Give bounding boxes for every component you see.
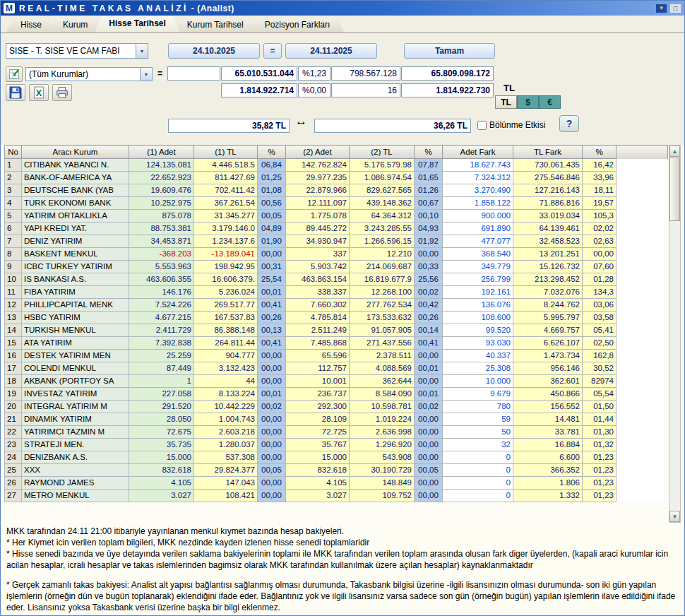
control-panel: SISE - T. SISE VE CAM FABI ▼ 24.10.2025 …: [1, 33, 684, 145]
stock-select[interactable]: SISE - T. SISE VE CAM FABI ▼: [6, 43, 148, 59]
help-button[interactable]: ?: [559, 115, 579, 132]
diff-lot-field[interactable]: [331, 83, 400, 97]
stock-select-value: SISE - T. SISE VE CAM FABI: [6, 46, 136, 56]
tab-bar: HisseKurumHisse TarihselKurum TarihselPo…: [1, 16, 684, 33]
firm-select-value: (Tüm Kurumlar): [26, 69, 140, 79]
firm-select[interactable]: (Tüm Kurumlar) ▼: [25, 67, 153, 81]
total-lot-2-field[interactable]: [401, 83, 494, 97]
left-right-arrow-icon: ↔: [295, 114, 307, 129]
pct-change-2-field[interactable]: [298, 83, 330, 97]
broker-row[interactable]: 25XXX832.61829.824.37700,05832.61830.190…: [5, 464, 668, 477]
column-header-name[interactable]: Aracı Kurum: [22, 146, 129, 159]
import-data-button[interactable]: [6, 66, 23, 82]
column-header-tl2[interactable]: (2) TL: [350, 146, 415, 159]
broker-row[interactable]: 13HSBC YATIRIM4.677.215167.537.8300,264.…: [5, 312, 668, 324]
chevron-down-icon[interactable]: ▼: [140, 68, 152, 81]
tab-kurum[interactable]: Kurum: [49, 18, 102, 32]
broker-row[interactable]: 19INVESTAZ YATIRIM227.0588.133.22400,012…: [5, 388, 668, 401]
broker-row[interactable]: 26RAYMOND JAMES4.105147.04300,004.105148…: [5, 477, 668, 490]
save-icon: [9, 86, 22, 99]
help-icon: ?: [566, 118, 573, 129]
app-window: M REAL-TIME TAKAS ANALİZİ - (Analist) ▼ …: [0, 0, 685, 616]
broker-row[interactable]: 15ATA YATIRIM7.392.838264.811.4400,417.4…: [5, 337, 668, 350]
total-lot-1-field[interactable]: [221, 83, 297, 97]
ok-button[interactable]: Tamam: [404, 43, 495, 59]
excel-export-button[interactable]: X: [29, 84, 49, 101]
window-menu-button[interactable]: ▼: [655, 4, 667, 13]
broker-row[interactable]: 2BANK-OF-AMERICA YA22.652.923811.427.690…: [5, 172, 668, 184]
footer-note: * Gerçek zamanlı takas bakiyesi: Analist…: [6, 579, 679, 613]
excel-icon: X: [32, 86, 45, 99]
date-to-button[interactable]: 24.11.2025: [285, 43, 377, 59]
footer-note: * Sadece Takasbank bakiyelerinin izlendi…: [6, 613, 679, 616]
broker-row[interactable]: 27METRO MENKUL3.027108.42100,003.027109.…: [5, 490, 668, 502]
broker-row[interactable]: 18AKBANK (PORTFOY SA14400,0010.001362.64…: [5, 375, 668, 388]
tab-hisse[interactable]: Hisse: [6, 18, 56, 32]
broker-row[interactable]: 21DINAMIK YATIRIM28.0501.004.74300,0028.…: [5, 413, 668, 426]
column-header-adet1[interactable]: (1) Adet: [129, 146, 194, 159]
equals-button[interactable]: =: [263, 43, 282, 59]
broker-row[interactable]: 4TURK EKONOMI BANK10.252.975367.261.5400…: [5, 197, 668, 210]
price-from-field[interactable]: [168, 119, 290, 133]
broker-row[interactable]: 5YATIRIM ORTAKLIKLA875.07831.345.27700,0…: [5, 210, 668, 223]
column-header-tlfark[interactable]: TL Fark: [513, 146, 583, 159]
broker-row[interactable]: 11FIBA YATIRIM146.1765.236.02400,01338.3…: [5, 286, 668, 299]
currency-button-tl[interactable]: TL: [495, 95, 517, 109]
broker-row[interactable]: 17COLENDI MENKUL87.4493.132.42300,00112.…: [5, 362, 668, 375]
currency-button-eur[interactable]: €: [539, 95, 561, 109]
split-effect-option: Bölünme Etkisi: [477, 120, 545, 130]
printer-icon: [56, 86, 68, 99]
window-restore-button[interactable]: □: [669, 4, 681, 13]
broker-row[interactable]: 8BASKENT MENKUL-368.203-13.189.04100,003…: [5, 248, 668, 261]
svg-text:X: X: [36, 88, 42, 98]
save-button[interactable]: [6, 84, 25, 101]
tab-kurum-tarihsel[interactable]: Kurum Tarihsel: [173, 18, 258, 32]
scrollbar-thumb[interactable]: [669, 158, 680, 221]
broker-row[interactable]: 20INTEGRAL YATIRIM M291.52010.442.22900,…: [5, 401, 668, 413]
broker-row[interactable]: 6YAPI KREDI YAT.88.753.3813.179.146.004,…: [5, 223, 668, 235]
scroll-down-button[interactable]: ▼: [669, 511, 680, 522]
blank-input[interactable]: [167, 66, 220, 81]
chevron-down-icon[interactable]: ▼: [136, 44, 148, 58]
date-from-button[interactable]: 24.10.2025: [168, 43, 260, 59]
broker-row[interactable]: 23STRATEJI MEN.35.7351.280.03700,0035.76…: [5, 439, 668, 451]
broker-row[interactable]: 3DEUTSCHE BANK (YAB19.609.476702.411.420…: [5, 184, 668, 197]
broker-grid: NoAracı Kurum(1) Adet(1) TL%(2) Adet(2) …: [4, 145, 668, 502]
footer-notes: MKK tarafından 24.11 21:00 itibariyle ya…: [1, 523, 684, 616]
broker-row[interactable]: 16DESTEK YATIRIM MEN25.259904.77700,0065…: [5, 350, 668, 362]
broker-row[interactable]: 9ICBC TURKEY YATIRIM5.553.963198.942.950…: [5, 261, 668, 273]
tab-hisse-tarihsel[interactable]: Hisse Tarihsel: [95, 16, 179, 32]
scroll-up-button[interactable]: ▲: [669, 146, 680, 157]
broker-row[interactable]: 10IS BANKASI A.S.463.606.35516.606.379.2…: [5, 273, 668, 286]
broker-row[interactable]: 24DENIZBANK A.S.15.000537.30800,0015.000…: [5, 451, 668, 464]
broker-row[interactable]: 12PHILLIPCAPITAL MENK7.524.226269.517.77…: [5, 299, 668, 312]
broker-row[interactable]: 7DENIZ YATIRIM34.453.8711.234.137.601,90…: [5, 235, 668, 248]
print-button[interactable]: [52, 84, 72, 101]
split-effect-label: Bölünme Etkisi: [489, 120, 545, 130]
diff-value-field[interactable]: [331, 66, 400, 81]
tab-pozisyon-farklari[interactable]: Pozisyon Farkları: [251, 18, 345, 32]
scroll-up-icon: ▲: [672, 148, 678, 155]
column-header-pct2[interactable]: %: [415, 146, 443, 159]
total-tl-2-field[interactable]: [401, 66, 494, 81]
pct-change-1-field[interactable]: [298, 66, 330, 81]
broker-row[interactable]: 1CITIBANK YABANCI N.124.135.0814.446.518…: [5, 159, 668, 172]
price-to-field[interactable]: [314, 119, 471, 133]
grid-body: 1CITIBANK YABANCI N.124.135.0814.446.518…: [5, 159, 668, 502]
column-header-no[interactable]: No: [5, 146, 22, 159]
column-header-adetfark[interactable]: Adet Fark: [443, 146, 513, 159]
window-menu-icon: ▼: [659, 5, 665, 11]
total-tl-1-field[interactable]: [221, 66, 297, 81]
column-header-filler: [616, 146, 668, 159]
broker-row[interactable]: 14TURKISH MENKUL2.411.72986.388.14800,13…: [5, 324, 668, 337]
split-effect-checkbox[interactable]: [477, 121, 487, 130]
column-header-pct1[interactable]: %: [258, 146, 286, 159]
column-header-adet2[interactable]: (2) Adet: [286, 146, 350, 159]
column-header-pct3[interactable]: %: [583, 146, 616, 159]
broker-row[interactable]: 22YATIRIMCI TAZMIN M72.6752.603.21800,00…: [5, 426, 668, 439]
scroll-down-icon: ▼: [672, 514, 678, 520]
column-header-tl1[interactable]: (1) TL: [194, 146, 258, 159]
footer-note: * Her Kiymet icin verilen toplam bilgile…: [6, 537, 679, 548]
currency-button-usd[interactable]: $: [517, 95, 539, 109]
vertical-scrollbar[interactable]: ▲ ▼: [669, 145, 681, 523]
